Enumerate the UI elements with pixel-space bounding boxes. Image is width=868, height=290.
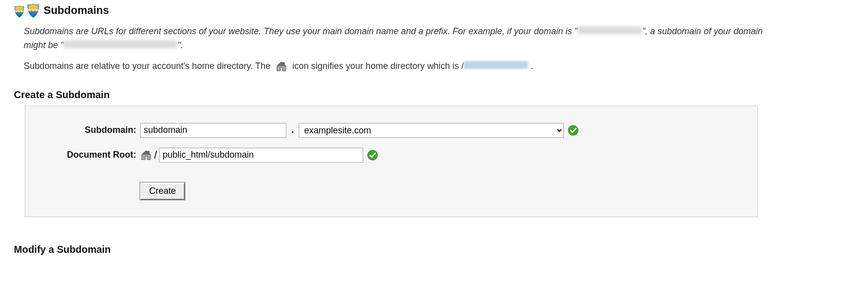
subdomain-input[interactable] — [140, 123, 286, 138]
redacted-domain — [578, 26, 642, 34]
subdomain-label: Subdomain: — [35, 125, 140, 135]
home-icon — [275, 60, 287, 72]
description-intro: Subdomains are URLs for different sectio… — [24, 25, 767, 53]
domain-select[interactable]: examplesite.com — [299, 123, 564, 138]
create-button[interactable]: Create — [140, 182, 185, 200]
create-subdomain-form: Subdomain: . examplesite.com Document Ro… — [25, 106, 758, 217]
slash: / — [154, 149, 157, 162]
intro-text-a: Subdomains are URLs for different sectio… — [24, 26, 578, 36]
check-icon — [367, 150, 378, 161]
home-text-a: Subdomains are relative to your account'… — [24, 61, 273, 71]
subdomain-dot: . — [290, 125, 295, 135]
home-text-c: . — [528, 61, 533, 71]
document-root-label: Document Root: — [35, 150, 140, 160]
check-icon — [568, 125, 579, 136]
description-home: Subdomains are relative to your account'… — [24, 59, 767, 73]
subdomain-row: Subdomain: . examplesite.com — [35, 123, 748, 138]
create-subdomain-heading: Create a Subdomain — [14, 89, 868, 101]
redacted-home-path — [464, 61, 528, 69]
intro-text-c: ". — [177, 40, 183, 50]
redacted-subdomain — [63, 40, 177, 48]
page-title: Subdomains — [44, 4, 109, 17]
document-root-row: Document Root: / — [35, 148, 748, 163]
modify-subdomain-heading: Modify a Subdomain — [14, 244, 868, 255]
home-text-b: icon signifies your home directory which… — [292, 61, 464, 71]
page-header: Subdomains — [14, 3, 868, 18]
document-root-input[interactable] — [159, 148, 363, 163]
subdomains-icon — [14, 3, 40, 18]
create-button-row: Create — [140, 182, 748, 200]
home-icon — [140, 149, 152, 161]
